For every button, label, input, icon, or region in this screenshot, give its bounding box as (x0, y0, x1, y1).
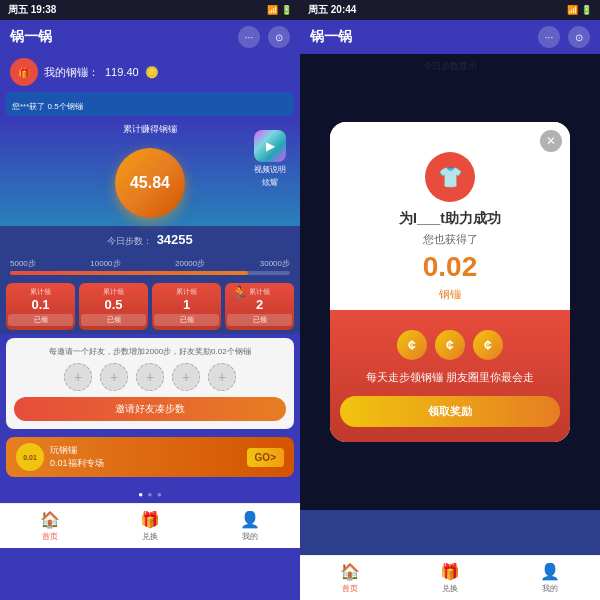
assist-text: 您***获了 0.5个钢镚 (12, 102, 83, 111)
modal-unit: 钢镚 (340, 287, 560, 302)
left-status-icons: 📶 🔋 (267, 5, 292, 15)
right-nav-home[interactable]: 🏠 首页 (300, 556, 400, 600)
right-time: 周五 20:44 (308, 3, 356, 17)
milestone-claimed-2: 已领 (81, 314, 146, 326)
invite-slot-4[interactable]: + (172, 363, 200, 391)
marker-30000: 30000步 (260, 258, 290, 269)
left-nav-exchange[interactable]: 🎁 兑换 (100, 504, 200, 548)
env-coin-2: ¢ (435, 330, 465, 360)
progress-track: 🏃 (10, 271, 290, 275)
video-label: 视频说明 (250, 164, 290, 175)
earned-section: 累计赚得钢镚 45.84 ▶ 视频说明 炫耀 (0, 118, 300, 226)
left-status-bar: 周五 19:38 📶 🔋 (0, 0, 300, 20)
modal-amount: 0.02 (340, 251, 560, 283)
right-home-icon: 🏠 (340, 562, 360, 581)
right-battery-icon: 🔋 (581, 5, 592, 15)
modal-title: 为I___t助力成功 (340, 210, 560, 228)
right-header-icons: ··· ⊙ (538, 26, 590, 48)
milestone-label-2: 累计领 (81, 287, 146, 297)
balance-label: 我的钢镚： (44, 65, 99, 80)
right-screen: 锅一锅 ··· ⊙ 今日步数显示 ✕ 👕 为I___t (300, 20, 600, 600)
steps-section: 今日步数： 34255 (0, 226, 300, 252)
milestone-claimed-1: 已领 (8, 314, 73, 326)
right-menu-btn[interactable]: ··· (538, 26, 560, 48)
right-exchange-icon: 🎁 (440, 562, 460, 581)
modal-envelope: ¢ ¢ ¢ 每天走步领钢镚 朋友圈里你最会走 领取奖励 (330, 310, 570, 441)
steps-label: 今日步数： (107, 236, 152, 246)
left-header-icons: ··· ⊙ (238, 26, 290, 48)
balance-amount: 119.40 (105, 66, 139, 78)
promo-go-btn[interactable]: GO> (247, 448, 284, 467)
promo-deal-label: 0.01福利专场 (50, 457, 241, 470)
left-time: 周五 19:38 (8, 3, 56, 17)
profile-label: 我的 (242, 531, 258, 542)
right-target-btn[interactable]: ⊙ (568, 26, 590, 48)
right-bottom-nav: 🏠 首页 🎁 兑换 👤 我的 (300, 555, 600, 600)
right-home-label: 首页 (342, 583, 358, 594)
milestone-label-1: 累计领 (8, 287, 73, 297)
exchange-icon: 🎁 (140, 510, 160, 529)
env-coin-3: ¢ (473, 330, 503, 360)
invite-section: 每邀请一个好友，步数增加2000步，好友奖励0.02个钢镚 + + + + + … (6, 338, 294, 429)
right-signal-icon: 📶 (567, 5, 578, 15)
milestone-card-3[interactable]: 累计领 1 已领 (152, 283, 221, 330)
avatar-emoji: 👕 (438, 165, 463, 189)
invite-slot-1[interactable]: + (64, 363, 92, 391)
claim-reward-btn[interactable]: 领取奖励 (340, 396, 560, 427)
milestone-claimed-3: 已领 (154, 314, 219, 326)
milestone-value-3: 1 (154, 297, 219, 312)
home-icon: 🏠 (40, 510, 60, 529)
page-dot-1: ● (148, 490, 153, 499)
page-dot-active: ● (138, 490, 143, 499)
right-nav-profile[interactable]: 👤 我的 (500, 556, 600, 600)
milestones: 累计领 0.1 已领 累计领 0.5 已领 累计领 1 已领 累计领 2 已领 (0, 279, 300, 334)
right-bg-content: 今日步数显示 ✕ 👕 为I___t助力成功 您也获得了 0.02 钢镚 (300, 54, 600, 555)
envelope-message: 每天走步领钢镚 朋友圈里你最会走 (340, 370, 560, 385)
left-menu-btn[interactable]: ··· (238, 26, 260, 48)
envelope-coins: ¢ ¢ ¢ (340, 330, 560, 360)
modal-subtitle: 您也获得了 (340, 232, 560, 247)
left-nav-profile[interactable]: 👤 我的 (200, 504, 300, 548)
invite-button[interactable]: 邀请好友凑步数 (14, 397, 286, 421)
env-coin-1: ¢ (397, 330, 427, 360)
invite-slot-2[interactable]: + (100, 363, 128, 391)
progress-fill (10, 271, 248, 275)
marker-5000: 5000步 (10, 258, 36, 269)
milestone-card-1[interactable]: 累计领 0.1 已领 (6, 283, 75, 330)
left-app-header: 锅一锅 ··· ⊙ (0, 20, 300, 54)
left-app-title: 锅一锅 (10, 28, 52, 46)
promo-coin: 0.01 (16, 443, 44, 471)
invite-avatars: + + + + + (14, 363, 286, 391)
right-status-icons: 📶 🔋 (567, 5, 592, 15)
milestone-value-2: 0.5 (81, 297, 146, 312)
right-exchange-label: 兑换 (442, 583, 458, 594)
page-dots: ● ● ● (0, 481, 300, 503)
left-target-btn[interactable]: ⊙ (268, 26, 290, 48)
right-status-bar: 周五 20:44 📶 🔋 (300, 0, 600, 20)
invite-slot-3[interactable]: + (136, 363, 164, 391)
runner-icon: 🏃 (231, 285, 248, 301)
show-off-label: 炫耀 (250, 177, 290, 188)
left-screen: 锅一锅 ··· ⊙ 🎁 我的钢镚： 119.40 🪙 您***获了 0.5个钢镚… (0, 20, 300, 600)
status-bars-container: 周五 19:38 📶 🔋 周五 20:44 📶 🔋 (0, 0, 600, 20)
left-bottom-nav: 🏠 首页 🎁 兑换 👤 我的 (0, 503, 300, 548)
left-nav-home[interactable]: 🏠 首页 (0, 504, 100, 548)
video-play-icon: ▶ (266, 139, 275, 153)
promo-text: 玩钢镚 0.01福利专场 (50, 444, 241, 470)
promo-banner[interactable]: 0.01 玩钢镚 0.01福利专场 GO> (6, 437, 294, 477)
assist-message: 您***获了 0.5个钢镚 (6, 92, 294, 116)
profile-icon: 👤 (240, 510, 260, 529)
balance-coin-icon: 🪙 (145, 66, 159, 79)
page-dot-2: ● (157, 490, 162, 499)
right-nav-exchange[interactable]: 🎁 兑换 (400, 556, 500, 600)
modal-header: 👕 为I___t助力成功 您也获得了 0.02 钢镚 (330, 122, 570, 310)
milestone-card-2[interactable]: 累计领 0.5 已领 (79, 283, 148, 330)
video-btn[interactable]: ▶ 视频说明 炫耀 (250, 130, 290, 188)
milestone-label-3: 累计领 (154, 287, 219, 297)
left-signal-icon: 📶 (267, 5, 278, 15)
progress-markers: 5000步 10000步 20000步 30000步 (10, 258, 290, 269)
earned-content: 45.84 (115, 138, 185, 218)
modal-user-avatar: 👕 (425, 152, 475, 202)
invite-slot-5[interactable]: + (208, 363, 236, 391)
user-avatar: 🎁 (10, 58, 38, 86)
